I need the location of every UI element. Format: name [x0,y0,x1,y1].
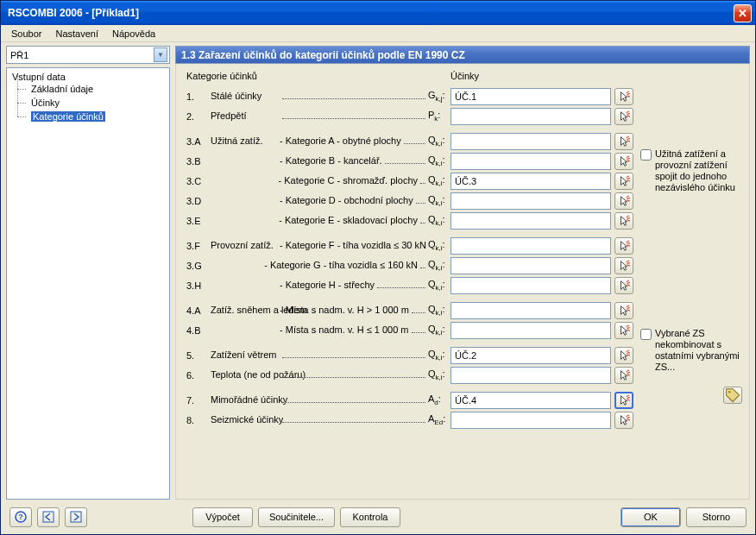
category-row: 8.Seizmické účinkyAEd: [186,410,633,430]
pick-effect-button[interactable] [614,108,633,125]
effect-input[interactable] [450,133,611,150]
effect-input[interactable] [450,237,611,255]
section-header: 1.3 Zařazení účinků do kategorií účinků … [175,46,750,64]
row-number: 6. [186,370,211,381]
pick-effect-button[interactable] [614,173,633,190]
effect-input[interactable] [450,347,611,364]
row-symbol: Ad: [428,393,450,406]
pick-effect-button[interactable] [614,277,633,294]
cursor-icon [618,305,630,317]
effect-input[interactable] [450,173,611,190]
pick-effect-button[interactable] [614,367,633,384]
window-title: RSCOMBI 2006 - [Příklad1] [8,7,734,19]
tree-item[interactable]: Účinky [9,96,167,110]
column-headers: Kategorie účinků Účinky [186,71,633,81]
chevron-down-icon: ▼ [154,47,167,62]
check-button[interactable]: Kontrola [340,507,400,527]
header-kategorie: Kategorie účinků [186,71,450,81]
effect-input[interactable] [450,108,611,125]
menu-napoveda[interactable]: Nápověda [105,27,162,41]
effect-input[interactable] [450,412,611,429]
project-select-value: PŘ1 [10,50,154,60]
help-button[interactable]: ? [9,507,32,527]
menu-nastaveni[interactable]: Nastavení [48,27,105,41]
row-number: 4.A [186,305,211,316]
row-symbol: Pk: [428,110,450,123]
category-row: 3.G- Kategorie G - tíha vozidla ≤ 160 kN… [186,255,633,275]
cancel-button[interactable]: Storno [686,507,747,527]
tree-item[interactable]: Základní údaje [9,82,167,96]
cursor-icon [618,91,630,103]
row-label: - Kategorie C - shromažď. plochy [211,175,428,186]
row-number: 3.B [186,156,211,167]
details-button[interactable] [723,387,742,404]
pick-effect-button[interactable] [614,237,633,255]
effect-input[interactable] [450,302,611,319]
category-row: 4.B- Místa s nadm. v. H ≤ 1 000 mQk,i: [186,320,633,340]
category-row: 3.C- Kategorie C - shromažď. plochyQk,i: [186,171,633,191]
tree-root[interactable]: Vstupní data [9,72,167,82]
row-symbol: Qk,i: [428,194,450,207]
pick-effect-button[interactable] [614,133,633,150]
form-area: Kategorie účinků Účinky 1.Stálé účinkyGk… [186,71,633,492]
tree-item[interactable]: Kategorie účinků [9,110,167,123]
pick-effect-button[interactable] [614,412,633,429]
row-label: Zatížení větrem [211,349,428,361]
row-number: 7. [186,395,211,406]
row-number: 3.A [186,136,211,147]
cursor-icon [618,135,630,148]
effect-input[interactable] [450,88,611,105]
footer: ? Výpočet Součinitele... Kontrola OK Sto… [1,500,755,534]
category-row: 3.AUžitná zatíž.- Kategorie A - obytné p… [186,131,633,151]
opt-exclude-zs[interactable]: Vybrané ZS nekombinovat s ostatními vybr… [640,328,742,373]
calculate-button[interactable]: Výpočet [192,507,253,527]
row-number: 3.H [186,280,211,291]
effect-input[interactable] [450,367,611,384]
cursor-icon [618,260,630,272]
effect-input[interactable] [450,257,611,274]
opt-exclude-zs-checkbox[interactable] [640,329,652,340]
cursor-icon [618,110,630,123]
rows: 1.Stálé účinkyGk,j:2.PředpětíPk:3.AUžitn… [186,86,633,430]
effect-input[interactable] [450,392,611,409]
opt-merge-loads[interactable]: Užitná zatížení a provozní zatížení spoj… [640,148,742,193]
right-pane: 1.3 Zařazení účinků do kategorií účinků … [175,46,750,500]
row-label: Užitná zatíž.- Kategorie A - obytné ploc… [211,135,428,147]
row-label: - Kategorie E - skladovací plochy [211,215,428,226]
effect-input[interactable] [450,153,611,170]
pick-effect-button[interactable] [614,88,633,105]
close-button[interactable]: ✕ [734,4,752,22]
category-row: 3.E- Kategorie E - skladovací plochyQk,i… [186,211,633,230]
pick-effect-button[interactable] [614,392,633,409]
row-label: - Kategorie B - kancelář. [211,155,428,167]
side-options: Užitná zatížení a provozní zatížení spoj… [640,71,742,492]
menu-soubor[interactable]: Soubor [4,27,48,41]
pick-effect-button[interactable] [614,212,633,230]
pick-effect-button[interactable] [614,192,633,210]
row-symbol: Qk,i: [428,279,450,292]
cursor-icon [618,414,630,426]
svg-text:?: ? [18,513,23,521]
category-row: 3.FProvozní zatíž.- Kategorie F - tíha v… [186,236,633,255]
pick-effect-button[interactable] [614,302,633,319]
effect-input[interactable] [450,322,611,339]
effect-input[interactable] [450,212,611,230]
opt-merge-loads-checkbox[interactable] [640,149,652,160]
coefficients-button[interactable]: Součinitele... [258,507,335,527]
app-window: RSCOMBI 2006 - [Příklad1] ✕ Soubor Nasta… [0,0,756,535]
effect-input[interactable] [450,277,611,294]
effect-input[interactable] [450,192,611,210]
prev-button[interactable] [37,507,60,527]
row-label: - Kategorie G - tíha vozidla ≤ 160 kN [211,260,428,271]
pick-effect-button[interactable] [614,257,633,274]
row-label: Seizmické účinky [211,414,428,425]
ok-button[interactable]: OK [621,507,681,527]
next-button[interactable] [65,507,87,527]
category-row: 5.Zatížení větremQk,i: [186,345,633,365]
pick-effect-button[interactable] [614,153,633,170]
project-select[interactable]: PŘ1 ▼ [6,46,170,64]
pick-effect-button[interactable] [614,322,633,339]
nav-tree[interactable]: Vstupní data Základní údaje Účinky Kateg… [6,67,170,500]
pick-effect-button[interactable] [614,347,633,364]
svg-point-0 [728,391,731,393]
